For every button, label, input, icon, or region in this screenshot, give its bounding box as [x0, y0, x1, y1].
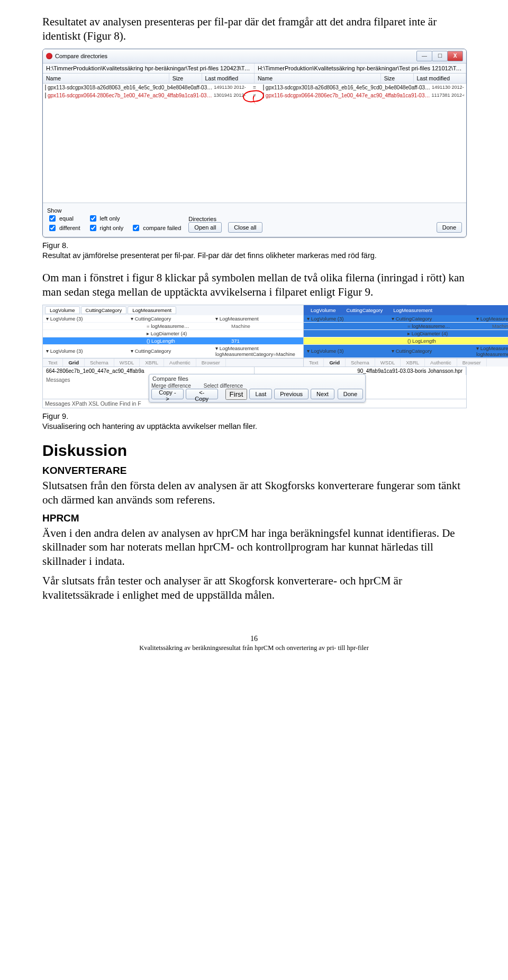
last-button[interactable]: Last [249, 389, 272, 399]
file-name-left: gpx116-sdcgpx0664-2806ec7b_1e00_447e_ac9… [48, 93, 212, 98]
discussion-heading: Diskussion [42, 442, 466, 460]
dialog-title: Compare directories [55, 53, 107, 59]
figure-8-caption: Figur 8. Resultat av jämförelse presente… [42, 241, 466, 261]
cb-right-only[interactable] [90, 225, 96, 231]
tree-row[interactable]: ▾ LogVolume (3)▾ CuttingCategory▾ LogMea… [43, 315, 303, 323]
btab-xbrl[interactable]: XBRL [401, 359, 425, 367]
tree-row[interactable]: ▾ LogVolume (3)▾ CuttingCategory▾ LogMea… [43, 345, 303, 358]
column-headers: Name Size Last modified Name Size Last m… [43, 74, 466, 84]
left-pane: LogVolume CuttingCategory LogMeasurement… [43, 305, 304, 367]
xml-compare-window: LogVolume CuttingCategory LogMeasurement… [42, 305, 467, 408]
directory-paths: H:\TimmerProduktion\Kvalitetssäkring hpr… [43, 63, 466, 74]
equal-icon[interactable]: = [246, 85, 263, 90]
hprcm-heading: HPRCM [42, 512, 466, 524]
previous-button[interactable]: Previous [274, 389, 309, 399]
show-label: Show [47, 207, 80, 214]
col-lm-left[interactable]: Last modified [202, 74, 255, 83]
copy-left-button[interactable]: <- Copy [186, 389, 218, 399]
path-left: H:\TimmerProduktion\Kvalitetssäkring hpr… [43, 63, 255, 73]
tab-cuttingcategory[interactable]: CuttingCategory [342, 306, 388, 314]
tree-row[interactable]: ▾ LogVolume (3)▾ CuttingCategory▾ LogMea… [304, 345, 508, 358]
btab-text[interactable]: Text [304, 359, 324, 367]
merge-label: Merge difference [151, 383, 191, 389]
btab-grid[interactable]: Grid [324, 359, 346, 367]
file-name-right: gpx116-sdcgpx0664-2806ec7b_1e00_447e_ac9… [266, 93, 430, 98]
tab-cuttingcategory[interactable]: CuttingCategory [81, 306, 127, 314]
done-button[interactable]: Done [338, 389, 363, 399]
col-name-left[interactable]: Name [43, 74, 169, 83]
file-meta-left: 1301941 2012-10-15 18:13 [214, 93, 247, 98]
tab-logvolume[interactable]: LogVolume [45, 306, 80, 314]
minimize-button[interactable]: — [416, 51, 432, 61]
open-all-button[interactable]: Open all [188, 222, 222, 233]
btab-wsdl[interactable]: WSDL [114, 359, 140, 367]
tree-row[interactable]: ▾ LogVolume (3)▾ CuttingCategory▾ LogMea… [304, 315, 508, 323]
close-button[interactable]: X [447, 51, 463, 61]
right-pane: LogVolume CuttingCategory LogMeasurement… [304, 305, 508, 367]
btab-text[interactable]: Text [43, 359, 63, 367]
copy-right-button[interactable]: Copy -> [151, 389, 184, 399]
hprcm-text-2: Vår slutsats från tester och analyser är… [42, 574, 466, 602]
dialog-footer: Show equal different left only right onl… [43, 203, 466, 237]
btab-authentic[interactable]: Authentic [425, 359, 457, 367]
col-size-left[interactable]: Size [169, 74, 202, 83]
app-icon [46, 53, 52, 59]
btab-browser[interactable]: Browser [457, 359, 487, 367]
not-equal-icon[interactable]: ≠ [246, 93, 263, 98]
tab-logmeasurement[interactable]: LogMeasurement [128, 306, 176, 314]
compare-directories-dialog: Compare directories — ☐ X H:\TimmerProdu… [42, 49, 467, 237]
btab-authentic[interactable]: Authentic [164, 359, 196, 367]
bottom-tabs-text[interactable]: Messages XPath XSL Outline Find in F [45, 400, 141, 407]
next-button[interactable]: Next [311, 389, 334, 399]
col-size-right[interactable]: Size [381, 74, 414, 83]
cb-left-only[interactable] [90, 215, 96, 222]
btab-xbrl[interactable]: XBRL [140, 359, 164, 367]
tree-row-highlighted[interactable]: () LogLength [304, 337, 508, 345]
tab-logvolume[interactable]: LogVolume [306, 306, 341, 314]
tree-row[interactable]: = logMeasureme…Machine [304, 323, 508, 330]
done-button[interactable]: Done [437, 222, 462, 233]
page-number: 16 [42, 634, 466, 644]
tab-logmeasurement[interactable]: LogMeasurement [388, 306, 437, 314]
toolbar-title: Compare files [151, 375, 363, 383]
cb-different[interactable] [49, 225, 56, 231]
btab-wsdl[interactable]: WSDL [375, 359, 401, 367]
file-meta-right: 1117381 2012-04-23 11:20 [431, 93, 464, 98]
cb-compare-failed[interactable] [133, 225, 139, 231]
file-meta-left: 1491130 2012-04-23 11:18 [214, 85, 246, 90]
dialog-titlebar: Compare directories — ☐ X [43, 49, 466, 63]
tree-row[interactable]: ▸ LogDiameter (4) [43, 330, 303, 337]
compare-files-toolbar: Compare files Merge difference Select di… [149, 374, 366, 402]
intro-paragraph: Resultatet av analysen presenteras per f… [42, 15, 466, 43]
file-name-left: gpx113-sdcgpx3018-a26d8063_eb16_4e5c_9cd… [48, 85, 212, 90]
col-name-right[interactable]: Name [255, 74, 381, 83]
tree-row-highlighted[interactable]: () LogLength371 [43, 337, 303, 345]
right-bottom-tabs: Text Grid Schema WSDL XBRL Authentic Bro… [304, 358, 508, 367]
cb-equal[interactable] [49, 215, 56, 222]
mid-paragraph: Om man i fönstret i figur 8 klickar på s… [42, 271, 466, 299]
tree-row[interactable]: ▸ LogDiameter (4) [304, 330, 508, 337]
directories-label: Directories [188, 216, 262, 222]
left-top-tabs: LogVolume CuttingCategory LogMeasurement [43, 305, 303, 315]
btab-schema[interactable]: Schema [346, 359, 375, 367]
figure-9-caption: Figur 9. Visualisering och hantering av … [42, 411, 466, 432]
maximize-button[interactable]: ☐ [432, 51, 448, 61]
file-name-right: gpx113-sdcgpx3018-a26d8063_eb16_4e5c_9cd… [266, 85, 430, 90]
close-all-button[interactable]: Close all [228, 222, 262, 233]
file-list: gpx113-sdcgpx3018-a26d8063_eb16_4e5c_9cd… [43, 84, 466, 203]
col-lm-right[interactable]: Last modified [414, 74, 466, 83]
tree-row[interactable]: = logMeasureme…Machine [43, 323, 303, 330]
btab-grid[interactable]: Grid [63, 359, 85, 367]
select-label: Select difference [204, 383, 243, 389]
right-top-tabs: LogVolume CuttingCategory LogMeasurement [304, 305, 508, 315]
page-footer: 16 Kvalitetssäkring av beräkningsresulta… [42, 634, 466, 652]
btab-browser[interactable]: Browser [196, 359, 226, 367]
footer-line: Kvalitetssäkring av beräkningsresultat f… [42, 644, 466, 652]
konverterare-text: Slutsatsen från den första delen av anal… [42, 479, 466, 507]
file-row[interactable]: gpx116-sdcgpx0664-2806ec7b_1e00_447e_ac9… [43, 91, 466, 99]
konverterare-heading: KONVERTERARE [42, 465, 466, 477]
file-meta-right: 1491130 2012-04-23 11:18 [432, 85, 464, 90]
btab-schema[interactable]: Schema [85, 359, 114, 367]
first-button[interactable]: First [225, 389, 248, 400]
hprcm-text-1: Även i den andra delen av analysen av hp… [42, 526, 466, 569]
